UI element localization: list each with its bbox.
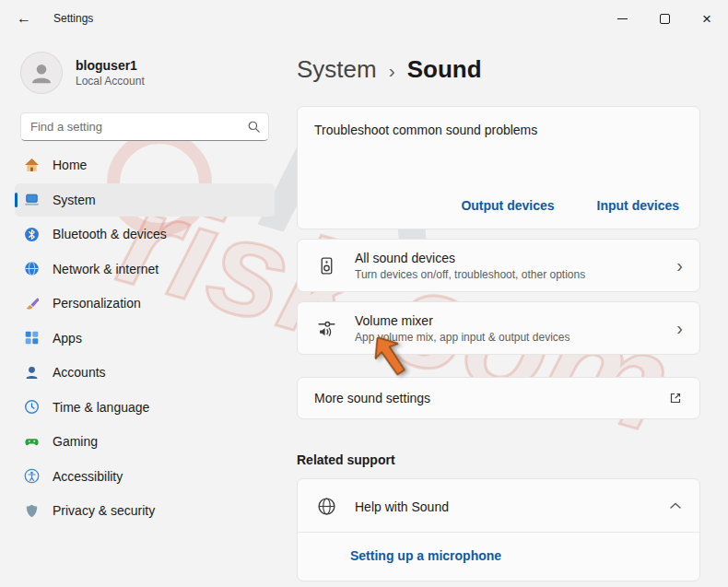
main-content: System › Sound Troubleshoot common sound… — [297, 37, 700, 581]
avatar — [20, 52, 63, 94]
search-input[interactable] — [20, 112, 269, 141]
speaker-icon — [317, 256, 336, 276]
sidebar-item-label: Bluetooth & devices — [53, 227, 167, 241]
maximize-button[interactable] — [643, 0, 686, 37]
maximize-icon — [660, 14, 670, 24]
titlebar: ← Settings × — [0, 0, 728, 37]
sidebar-item-label: Home — [53, 158, 87, 172]
row-text: All sound devices Turn devices on/off, t… — [355, 251, 585, 281]
breadcrumb-system[interactable]: System — [297, 55, 377, 84]
chevron-up-icon[interactable] — [668, 498, 683, 516]
sidebar-item-label: Network & internet — [53, 262, 159, 276]
sidebar-item-label: Apps — [53, 331, 82, 346]
sidebar-item-label: Personalization — [53, 296, 141, 311]
breadcrumb-separator: › — [389, 59, 395, 82]
related-support-heading: Related support — [297, 452, 700, 467]
row-title: More sound settings — [314, 391, 668, 405]
minimize-button[interactable] — [601, 0, 643, 37]
search-icon — [247, 120, 261, 134]
sidebar-item-apps[interactable]: Apps — [15, 322, 275, 355]
external-link-icon — [668, 391, 683, 405]
all-sound-devices-row[interactable]: All sound devices Turn devices on/off, t… — [297, 239, 700, 292]
sidebar-nav: Home System Bluetooth & devices Network … — [0, 148, 288, 527]
window-title: Settings — [53, 12, 93, 25]
user-text: bloguser1 Local Account — [76, 58, 145, 88]
row-subtitle: Turn devices on/off, troubleshoot, other… — [355, 268, 585, 281]
close-button[interactable]: × — [686, 0, 728, 37]
minimize-icon — [617, 18, 628, 19]
clock-icon — [24, 399, 40, 415]
sidebar-item-personalization[interactable]: Personalization — [15, 287, 275, 320]
setting-up-microphone-link[interactable]: Setting up a microphone — [298, 533, 699, 581]
user-account-type: Local Account — [76, 75, 145, 88]
volume-mixer-row[interactable]: Volume mixer App volume mix, app input &… — [297, 301, 700, 355]
user-profile[interactable]: bloguser1 Local Account — [0, 37, 288, 101]
input-devices-link[interactable]: Input devices — [597, 198, 679, 213]
sidebar-item-time-language[interactable]: Time & language — [15, 391, 275, 424]
accounts-person-icon — [24, 365, 40, 381]
sidebar-item-accounts[interactable]: Accounts — [15, 356, 275, 389]
sidebar: bloguser1 Local Account Home System Blue… — [0, 37, 288, 587]
troubleshoot-links: Output devices Input devices — [461, 198, 679, 213]
shield-icon — [24, 503, 40, 519]
page-title-sound: Sound — [407, 55, 482, 84]
sidebar-item-accessibility[interactable]: Accessibility — [15, 460, 275, 493]
window-controls: × — [601, 0, 728, 37]
back-button[interactable]: ← — [17, 10, 41, 27]
sidebar-item-bluetooth-devices[interactable]: Bluetooth & devices — [15, 217, 275, 251]
row-title: Volume mixer — [355, 313, 569, 328]
person-icon — [28, 59, 55, 87]
output-devices-link[interactable]: Output devices — [461, 198, 554, 213]
chevron-right-icon: › — [676, 319, 683, 337]
sidebar-item-home[interactable]: Home — [15, 148, 275, 182]
breadcrumb: System › Sound — [297, 55, 700, 84]
sidebar-item-privacy-security[interactable]: Privacy & security — [15, 494, 275, 527]
help-title: Help with Sound — [355, 499, 449, 514]
chevron-right-icon: › — [676, 256, 683, 275]
home-icon — [24, 158, 40, 173]
sidebar-item-label: System — [53, 193, 96, 207]
accessibility-icon — [24, 468, 40, 484]
system-icon — [24, 192, 40, 207]
personalization-brush-icon — [24, 296, 40, 311]
sidebar-item-system[interactable]: System — [15, 183, 275, 217]
row-title: All sound devices — [355, 251, 585, 265]
help-card: Help with Sound Setting up a microphone — [297, 478, 700, 581]
sidebar-item-label: Privacy & security — [53, 503, 155, 518]
user-name: bloguser1 — [76, 58, 145, 73]
game-controller-icon — [24, 434, 40, 450]
network-globe-icon — [24, 261, 40, 276]
troubleshoot-card: Troubleshoot common sound problems Outpu… — [297, 106, 700, 229]
help-with-sound-row[interactable]: Help with Sound — [298, 479, 699, 532]
more-sound-settings-row[interactable]: More sound settings — [297, 377, 700, 419]
troubleshoot-title: Troubleshoot common sound problems — [314, 123, 683, 137]
apps-grid-icon — [24, 330, 40, 346]
bluetooth-icon — [24, 227, 40, 242]
globe-icon — [317, 497, 336, 516]
sidebar-item-label: Accessibility — [53, 469, 123, 484]
search-box — [20, 112, 269, 141]
settings-window: ← Settings × bloguser1 Local Account — [0, 0, 728, 587]
sidebar-item-label: Time & language — [53, 400, 149, 415]
sidebar-item-network-internet[interactable]: Network & internet — [15, 252, 275, 286]
sidebar-item-gaming[interactable]: Gaming — [15, 425, 275, 458]
volume-mixer-icon — [317, 319, 336, 338]
sidebar-item-label: Gaming — [53, 434, 98, 449]
sidebar-item-label: Accounts — [53, 365, 106, 380]
